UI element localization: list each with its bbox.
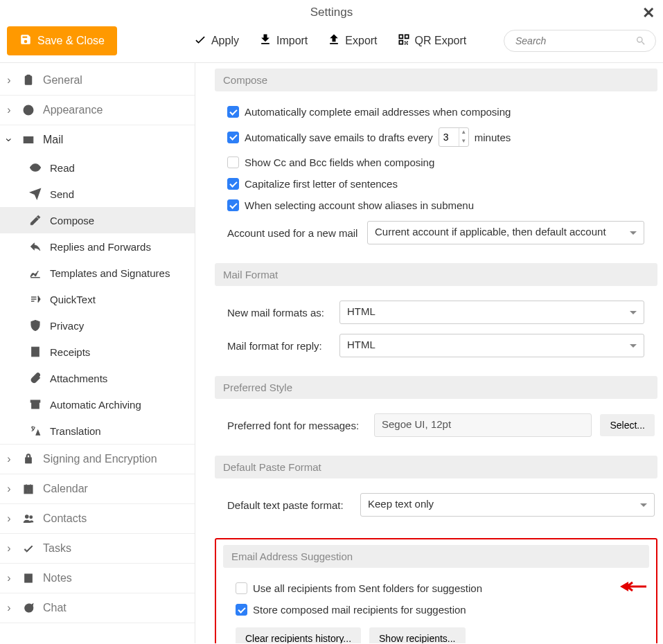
sidebar-chat[interactable]: › Chat xyxy=(0,593,195,623)
select-account-new-mail[interactable]: Current account if applicable, then defa… xyxy=(367,221,644,244)
chat-icon xyxy=(21,602,36,614)
sidebar-general[interactable]: › General xyxy=(0,66,195,95)
shield-icon xyxy=(28,319,43,332)
sidebar-item-send[interactable]: Send xyxy=(0,181,195,207)
select-new-mail-format[interactable]: HTML xyxy=(339,301,644,324)
show-recipients-button[interactable]: Show recipients... xyxy=(369,627,466,643)
quicktext-icon xyxy=(28,293,43,305)
chevron-right-icon: › xyxy=(4,483,14,495)
import-button[interactable]: Import xyxy=(258,33,308,49)
mail-icon xyxy=(21,134,36,146)
signature-icon xyxy=(28,267,43,279)
chevron-down-icon: › xyxy=(3,135,15,145)
sidebar-item-quicktext[interactable]: QuickText xyxy=(0,286,195,312)
svg-text:12: 12 xyxy=(26,489,31,493)
sidebar-item-archiving[interactable]: Automatic Archiving xyxy=(0,391,195,418)
sidebar-item-privacy[interactable]: Privacy xyxy=(0,312,195,339)
label-reply-mail-format: Mail format for reply: xyxy=(227,340,331,352)
check-icon xyxy=(21,542,36,555)
highlight-suggestion-section: Email Address Suggestion Use all recipie… xyxy=(215,538,657,643)
sidebar-item-translation[interactable]: Translation xyxy=(0,418,195,444)
checkbox-use-sent-recipients[interactable] xyxy=(236,582,247,594)
clipboard-icon xyxy=(21,74,36,87)
svg-point-13 xyxy=(26,515,29,519)
section-paste-format: Default Paste Format xyxy=(215,456,657,478)
sidebar-item-compose[interactable]: Compose xyxy=(0,207,195,233)
preferred-font-display: Segoe UI, 12pt xyxy=(374,413,592,437)
select-font-button[interactable]: Select... xyxy=(600,414,655,436)
svg-point-3 xyxy=(26,109,27,110)
chevron-right-icon: › xyxy=(4,74,14,87)
checkbox-store-recipients[interactable] xyxy=(236,604,247,616)
sidebar-item-templates[interactable]: Templates and Signatures xyxy=(0,260,195,286)
section-compose: Compose xyxy=(215,69,657,91)
section-email-suggestion: Email Address Suggestion xyxy=(223,545,649,568)
section-preferred-style: Preferred Style xyxy=(215,376,657,399)
export-button[interactable]: Export xyxy=(327,33,377,49)
sidebar-mail[interactable]: › Mail xyxy=(0,125,195,154)
chevron-right-icon: › xyxy=(4,542,14,555)
spin-down[interactable]: ▼ xyxy=(459,137,468,146)
sidebar-appearance[interactable]: › Appearance xyxy=(0,96,195,125)
label-preferred-font: Preferred font for messages: xyxy=(227,420,366,431)
page-title: Settings xyxy=(310,6,353,19)
label-paste-format: Default text paste format: xyxy=(227,499,352,511)
sidebar-contacts[interactable]: › Contacts xyxy=(0,504,195,533)
translate-icon xyxy=(28,424,43,437)
calendar-icon: 12 xyxy=(21,483,36,495)
chevron-right-icon: › xyxy=(4,512,14,525)
apply-button[interactable]: Apply xyxy=(193,33,239,49)
contacts-icon xyxy=(21,512,36,525)
receipt-icon xyxy=(28,346,43,358)
checkbox-capitalize[interactable] xyxy=(227,178,239,190)
svg-point-4 xyxy=(28,107,29,109)
red-arrow-annotation xyxy=(619,581,646,594)
chevron-right-icon: › xyxy=(4,572,14,584)
spin-up[interactable]: ▲ xyxy=(459,128,468,137)
select-reply-mail-format[interactable]: HTML xyxy=(339,334,644,357)
eye-icon xyxy=(28,161,43,174)
sidebar-signing[interactable]: › Signing and Encryption xyxy=(0,445,195,474)
palette-icon xyxy=(21,104,36,116)
chevron-right-icon: › xyxy=(4,602,14,614)
clear-recipients-button[interactable]: Clear recipients history... xyxy=(236,627,361,643)
lock-icon xyxy=(21,453,36,465)
pencil-icon xyxy=(28,214,43,226)
checkbox-autosave[interactable] xyxy=(227,132,239,143)
export-icon xyxy=(327,33,341,49)
note-icon xyxy=(21,572,36,584)
check-icon xyxy=(193,33,207,49)
sidebar-item-receipts[interactable]: Receipts xyxy=(0,339,195,365)
import-icon xyxy=(258,33,272,49)
checkbox-aliases-submenu[interactable] xyxy=(227,199,239,211)
close-icon[interactable]: ✕ xyxy=(642,4,655,22)
qr-export-button[interactable]: QR Export xyxy=(397,33,467,49)
chevron-right-icon: › xyxy=(4,453,14,465)
sidebar-tasks[interactable]: › Tasks xyxy=(0,534,195,563)
label-new-mail-format: New mail formats as: xyxy=(227,307,331,319)
search-icon xyxy=(635,35,646,46)
svg-point-14 xyxy=(30,516,33,519)
section-mail-format: Mail Format xyxy=(215,263,657,286)
svg-rect-10 xyxy=(32,402,39,409)
sidebar-item-replies[interactable]: Replies and Forwards xyxy=(0,233,195,260)
svg-rect-1 xyxy=(27,75,30,78)
svg-point-7 xyxy=(34,166,37,170)
checkbox-autocomplete[interactable] xyxy=(227,106,239,118)
qr-icon xyxy=(397,33,411,49)
send-icon xyxy=(28,188,43,200)
sidebar-item-attachments[interactable]: Attachments xyxy=(0,365,195,391)
select-paste-format[interactable]: Keep text only xyxy=(360,493,655,517)
search-input[interactable] xyxy=(504,30,656,52)
paperclip-icon xyxy=(28,372,43,384)
archive-icon xyxy=(28,398,43,411)
sidebar-calendar[interactable]: › 12 Calendar xyxy=(0,474,195,503)
sidebar-item-read[interactable]: Read xyxy=(0,154,195,181)
sidebar-notes[interactable]: › Notes xyxy=(0,564,195,593)
chevron-right-icon: › xyxy=(4,104,14,116)
save-close-button[interactable]: Save & Close xyxy=(7,26,117,55)
checkbox-show-cc-bcc[interactable] xyxy=(227,156,239,168)
reply-icon xyxy=(28,240,43,253)
svg-point-5 xyxy=(30,109,31,110)
label-account-new-mail: Account used for a new mail xyxy=(227,227,359,239)
